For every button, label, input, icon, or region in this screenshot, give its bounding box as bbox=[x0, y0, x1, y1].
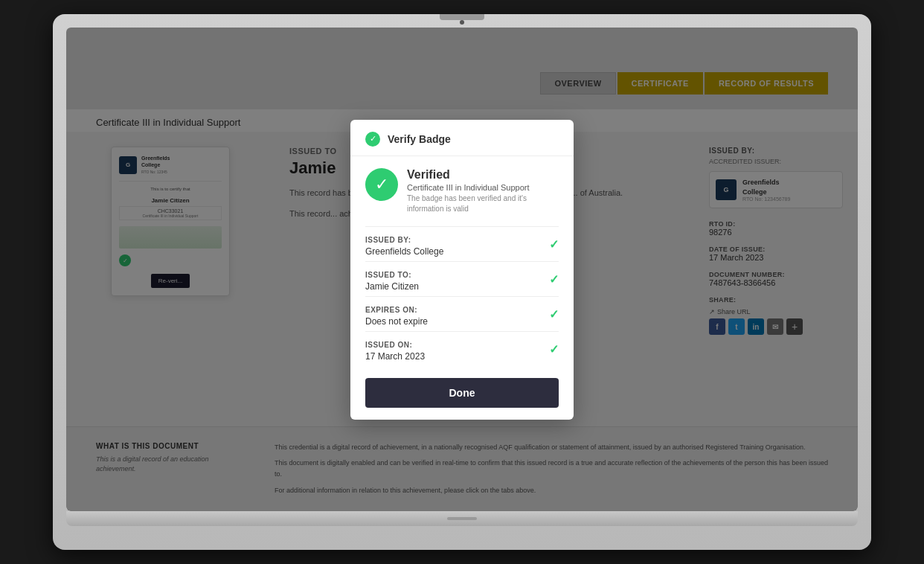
modal-issued-by-row: ISSUED BY: Greenfields College ✓ bbox=[350, 227, 574, 261]
modal-issued-to-content: ISSUED TO: Jamie Citizen bbox=[365, 271, 549, 292]
verified-title: Verified bbox=[407, 168, 559, 182]
modal-issued-to-label: ISSUED TO: bbox=[365, 271, 549, 279]
trackpad bbox=[447, 517, 477, 520]
modal-expires-row: EXPIRES ON: Does not expire ✓ bbox=[350, 297, 574, 331]
laptop-screen: OVERVIEW CERTIFICATE RECORD OF RESULTS C… bbox=[66, 28, 858, 511]
modal-issued-by-content: ISSUED BY: Greenfields College bbox=[365, 236, 549, 257]
modal-title: Verify Badge bbox=[388, 133, 451, 145]
verify-badge-modal: ✓ Verify Badge ✓ Verified Certificate II… bbox=[350, 120, 574, 420]
verified-description: The badge has been verified and it's inf… bbox=[407, 193, 559, 214]
camera-dot bbox=[460, 20, 464, 25]
issued-by-check-icon: ✓ bbox=[549, 237, 559, 251]
modal-issued-on-content: ISSUED ON: 17 March 2023 bbox=[365, 341, 549, 362]
modal-expires-content: EXPIRES ON: Does not expire bbox=[365, 306, 549, 327]
verified-icon: ✓ bbox=[365, 168, 398, 201]
modal-issued-on-row: ISSUED ON: 17 March 2023 ✓ bbox=[350, 332, 574, 366]
verified-subtitle: Certificate III in Individual Support bbox=[407, 183, 559, 192]
modal-header: ✓ Verify Badge bbox=[350, 120, 574, 156]
modal-done-button[interactable]: Done bbox=[365, 378, 559, 408]
modal-issued-by-value: Greenfields College bbox=[365, 246, 549, 257]
modal-issued-by-label: ISSUED BY: bbox=[365, 236, 549, 244]
screen-content: OVERVIEW CERTIFICATE RECORD OF RESULTS C… bbox=[66, 28, 858, 511]
modal-issued-on-value: 17 March 2023 bbox=[365, 351, 549, 362]
modal-issued-to-value: Jamie Citizen bbox=[365, 281, 549, 292]
modal-overlay: ✓ Verify Badge ✓ Verified Certificate II… bbox=[66, 28, 858, 511]
modal-header-icon: ✓ bbox=[365, 132, 380, 147]
laptop-base bbox=[66, 511, 858, 526]
modal-verified-section: ✓ Verified Certificate III in Individual… bbox=[350, 156, 574, 226]
issued-to-check-icon: ✓ bbox=[549, 272, 559, 286]
modal-expires-value: Does not expire bbox=[365, 316, 549, 327]
laptop-shell: OVERVIEW CERTIFICATE RECORD OF RESULTS C… bbox=[53, 14, 871, 550]
expires-check-icon: ✓ bbox=[549, 307, 559, 321]
modal-expires-label: EXPIRES ON: bbox=[365, 306, 549, 314]
laptop-notch bbox=[440, 14, 484, 20]
modal-issued-on-label: ISSUED ON: bbox=[365, 341, 549, 349]
verified-text-block: Verified Certificate III in Individual S… bbox=[407, 168, 559, 214]
issued-on-check-icon: ✓ bbox=[549, 342, 559, 356]
modal-issued-to-row: ISSUED TO: Jamie Citizen ✓ bbox=[350, 262, 574, 296]
